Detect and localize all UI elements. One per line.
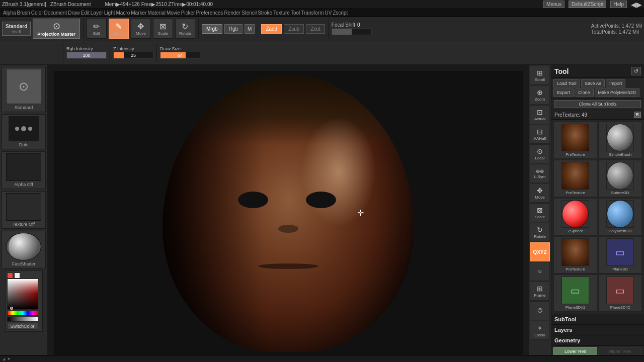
- viewport[interactable]: ✛: [53, 70, 523, 357]
- frame-tool[interactable]: ⊞ Frame: [530, 282, 550, 301]
- menu-stroke[interactable]: Stroke: [258, 10, 272, 16]
- tool-item-plane3d2[interactable]: ▭ Plane3D: [598, 236, 642, 274]
- scale-button[interactable]: ⊠ Scale: [153, 19, 173, 39]
- zsub-button[interactable]: Zsub: [284, 24, 304, 34]
- menu-color[interactable]: Color: [31, 10, 43, 16]
- focal-shift-slider[interactable]: [332, 28, 372, 35]
- actual-tool[interactable]: ⊡ Actual: [530, 105, 550, 124]
- move-button[interactable]: ✥ Move: [131, 19, 151, 39]
- menu-preferences[interactable]: Preferences: [196, 10, 223, 16]
- aahalf-tool[interactable]: ⊟ AAHalf: [530, 125, 550, 144]
- menu-zscript[interactable]: Zscript: [333, 10, 348, 16]
- projection-master-button[interactable]: ⊙ Projection Master: [33, 19, 80, 39]
- tool-item-simplebrush[interactable]: SimpleBrush: [598, 122, 642, 159]
- make-polymesh-button[interactable]: Make PolyMesh3D: [595, 88, 640, 97]
- edit-button[interactable]: ✏ Edit: [87, 19, 107, 39]
- lasso-tool[interactable]: ⌖ Lasso: [530, 321, 550, 340]
- menu-stencil[interactable]: Stencil: [242, 10, 257, 16]
- higher-res-button[interactable]: Higher Res: [598, 347, 642, 355]
- refresh-button[interactable]: ↺: [631, 67, 641, 75]
- tool-item-pretexture2[interactable]: PreTexture: [553, 160, 597, 197]
- lower-res-button[interactable]: Lower Res: [553, 347, 597, 355]
- texture-label: Texture Off: [13, 222, 35, 227]
- mrgb-button[interactable]: Mrgb: [202, 24, 222, 34]
- rgb-intensity-slider[interactable]: 100: [66, 52, 107, 59]
- tool-item-plane3d1[interactable]: ▭ Plane3D#1: [553, 275, 597, 312]
- nav-icons[interactable]: ◀▶: [631, 1, 642, 9]
- pretexture-row: PreTexture: 49 R: [551, 110, 644, 120]
- tool-item-pretexture[interactable]: PreTexture: [553, 122, 597, 159]
- r-badge[interactable]: R: [634, 112, 641, 118]
- local-tool[interactable]: ⊙ Local: [530, 144, 550, 163]
- menu-document[interactable]: Document: [44, 10, 67, 16]
- menu-brush[interactable]: Brush: [17, 10, 30, 16]
- alpha-preview[interactable]: [6, 153, 41, 181]
- tool-item-plane3d2b[interactable]: ▭ Plane3D#2: [598, 275, 642, 312]
- menu-transform[interactable]: Transform: [301, 10, 324, 16]
- layers-label: Layers: [554, 327, 572, 333]
- brightness-bar[interactable]: [7, 317, 38, 322]
- draw-button[interactable]: ✎ Draw: [109, 19, 129, 39]
- menu-texture[interactable]: Texture: [273, 10, 290, 16]
- tool-item-polymesh3d[interactable]: PolyMesh3D: [598, 198, 642, 235]
- clone-all-subtools-button[interactable]: Clone All SubTools: [554, 100, 641, 108]
- rgb-button[interactable]: Rgb: [224, 24, 243, 34]
- menu-edit[interactable]: Edit: [81, 10, 90, 16]
- draw-size-slider[interactable]: 64: [160, 52, 200, 59]
- tool-item-plane3d[interactable]: PreTexture: [553, 236, 597, 274]
- clone-button[interactable]: Clone: [575, 88, 594, 97]
- brush-preview-section: ⊙ Standard: [2, 67, 46, 112]
- z-intensity-slider[interactable]: 25: [113, 52, 153, 59]
- scroll-tool[interactable]: ⊞ Scroll: [530, 66, 550, 85]
- lsym-tool[interactable]: ⊕⊕ L.Sym: [530, 164, 550, 183]
- switch-color-button[interactable]: SwitchColor: [7, 323, 38, 330]
- zcut-button[interactable]: Zcut: [306, 24, 325, 34]
- hue-bar[interactable]: [7, 311, 38, 316]
- rotate-tool[interactable]: ↻ Rotate: [530, 223, 550, 242]
- total-points: TotalPoints: 1.472 Mil: [591, 29, 642, 35]
- help-btn[interactable]: Help: [610, 1, 627, 8]
- zadd-button[interactable]: Zadd: [261, 24, 282, 34]
- zoom-tool[interactable]: ⊕ Zoom: [530, 85, 550, 105]
- texture-section: Texture Off: [2, 191, 46, 229]
- menu-movie[interactable]: Movie: [167, 10, 180, 16]
- menu-render[interactable]: Render: [224, 10, 240, 16]
- menu-light[interactable]: Light: [104, 10, 115, 16]
- tool-item-zsphere[interactable]: ZSphere: [553, 198, 597, 235]
- menu-marker[interactable]: Marker: [131, 10, 146, 16]
- plane3d-preview-img: [561, 238, 589, 266]
- dots-preview[interactable]: [9, 116, 39, 141]
- menu-tool[interactable]: Tool: [291, 10, 300, 16]
- menu-layer[interactable]: Layer: [91, 10, 103, 16]
- focal-shift-label[interactable]: Focal Shift: [332, 22, 355, 28]
- qxyz-tool[interactable]: QXYZ: [530, 242, 550, 261]
- load-tool-button[interactable]: Load Tool: [553, 79, 580, 87]
- menu-uv[interactable]: UV: [325, 10, 332, 16]
- menus-btn[interactable]: Menus: [543, 1, 565, 8]
- texture-preview[interactable]: [6, 193, 41, 221]
- export-button[interactable]: Export: [553, 88, 574, 97]
- m-button[interactable]: M: [245, 24, 255, 34]
- menu-macro[interactable]: Macro: [116, 10, 130, 16]
- geometry-header[interactable]: Geometry: [551, 335, 644, 346]
- default-script[interactable]: DefaultZScript: [569, 1, 606, 8]
- brush-preview[interactable]: ⊙: [6, 69, 41, 104]
- layers-header[interactable]: Layers: [551, 325, 644, 335]
- color-gradient[interactable]: [7, 279, 38, 310]
- rotate-button[interactable]: ↻ Rotate: [175, 19, 195, 39]
- menu-picker[interactable]: Picker: [181, 10, 195, 16]
- move-tool[interactable]: ✥ Move: [530, 184, 550, 203]
- sym2-tool[interactable]: ☹: [530, 301, 550, 320]
- menu-material[interactable]: Material: [147, 10, 166, 16]
- sym-tool[interactable]: ☺: [530, 262, 550, 281]
- import-button[interactable]: Import: [606, 79, 626, 87]
- shader-preview[interactable]: [6, 233, 41, 260]
- tool-item-sphere3d[interactable]: Sphere3D: [598, 160, 642, 197]
- menu-alpha[interactable]: Alpha: [3, 10, 16, 16]
- menu-draw[interactable]: Draw: [68, 10, 79, 16]
- scale-tool[interactable]: ⊠ Scale: [530, 203, 550, 222]
- color-picker[interactable]: SwitchColor: [5, 270, 43, 332]
- zmapper-button[interactable]: Standard rev-E: [2, 22, 31, 36]
- subtool-header[interactable]: SubTool: [551, 314, 644, 325]
- save-as-button[interactable]: Save As: [581, 79, 605, 87]
